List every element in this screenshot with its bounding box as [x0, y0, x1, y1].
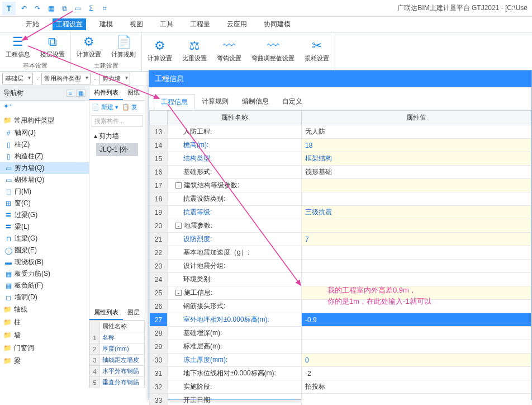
- tab-properties[interactable]: 属性列表: [89, 306, 123, 320]
- nav-tool-add-icon[interactable]: ✦⁺: [0, 101, 89, 112]
- grid-row-num[interactable]: 31: [150, 367, 168, 380]
- tree-item[interactable]: ▯构造柱(Z): [0, 150, 89, 162]
- grid-cell-value[interactable]: 7: [302, 233, 531, 246]
- grid-cell-name[interactable]: 抗震等级:: [168, 206, 302, 219]
- grid-cell-value[interactable]: [302, 273, 531, 286]
- menu-item[interactable]: 协同建模: [260, 18, 294, 30]
- dialog-tab[interactable]: 计算规则: [195, 94, 235, 110]
- prop-name[interactable]: 垂直分布钢筋: [100, 377, 145, 388]
- tree-item[interactable]: ▯柱(Z): [0, 139, 89, 150]
- grid-cell-name[interactable]: -施工信息:: [168, 286, 302, 300]
- dialog-tab[interactable]: 工程信息: [154, 94, 195, 110]
- tree-item[interactable]: ⎕门(M): [0, 186, 89, 197]
- grid-row-num[interactable]: 22: [150, 246, 168, 260]
- component-combo[interactable]: 剪力墙: [99, 73, 130, 84]
- grid-cell-name[interactable]: 冻土厚度(mm):: [168, 354, 302, 367]
- grid-row-num[interactable]: 29: [150, 340, 168, 354]
- tree-category[interactable]: 📁柱: [0, 316, 89, 329]
- tree-category[interactable]: 📁常用构件类型: [0, 114, 89, 127]
- menu-item[interactable]: 云应用: [224, 18, 250, 30]
- tree-item[interactable]: ⊓连梁(G): [0, 233, 89, 244]
- grid-row-num[interactable]: 25: [150, 286, 168, 300]
- grid-cell-value[interactable]: [302, 179, 531, 192]
- grid-cell-value[interactable]: 0: [302, 354, 531, 367]
- tree-item[interactable]: ▭剪力墙(Q): [0, 162, 89, 174]
- copy-button[interactable]: 📋 复: [122, 103, 137, 111]
- tree-item[interactable]: #轴网(J): [0, 127, 89, 139]
- expand-icon[interactable]: -: [175, 223, 182, 229]
- dialog-tab[interactable]: 编制信息: [235, 94, 276, 110]
- grid-cell-name[interactable]: 基本地震加速度（g）:: [168, 246, 302, 260]
- grid-row-num[interactable]: 23: [150, 260, 168, 273]
- grid-row-num[interactable]: 18: [150, 192, 168, 206]
- ribbon-button[interactable]: ✂损耗设置: [302, 37, 331, 64]
- tree-category[interactable]: 📁门窗洞: [0, 342, 89, 355]
- qat-button[interactable]: ⌗: [99, 3, 110, 13]
- nav-tool-list-icon[interactable]: ≡: [66, 90, 74, 97]
- prop-name[interactable]: 水平分布钢筋: [100, 366, 145, 377]
- qat-button[interactable]: ↷: [32, 3, 42, 13]
- grid-cell-name[interactable]: 结构类型:: [168, 152, 302, 166]
- grid-cell-name[interactable]: 地下水位线相对±0.000标高(m):: [168, 367, 302, 380]
- tab-drawings[interactable]: 图纸: [123, 86, 144, 100]
- grid-row-num[interactable]: 32: [150, 380, 168, 394]
- grid-row-num[interactable]: 24: [150, 273, 168, 286]
- tree-item[interactable]: 〓梁(L): [0, 221, 89, 233]
- type-combo[interactable]: 常用构件类型: [41, 73, 91, 84]
- ribbon-button[interactable]: ⧉楼层设置: [38, 34, 67, 60]
- grid-cell-value[interactable]: [302, 260, 531, 273]
- grid-row-num[interactable]: 33: [150, 394, 168, 406]
- grid-row-num[interactable]: 21: [150, 233, 168, 246]
- grid-row-num[interactable]: 27: [150, 313, 168, 327]
- grid-cell-name[interactable]: 标准层高(m):: [168, 340, 302, 354]
- expand-icon[interactable]: -: [175, 182, 182, 189]
- qat-button[interactable]: Σ: [86, 3, 96, 13]
- tree-item[interactable]: ▦板负筋(F): [0, 280, 89, 291]
- grid-cell-value[interactable]: [302, 327, 531, 340]
- new-button[interactable]: 📄 新建 ▾: [92, 103, 118, 111]
- grid-row-num[interactable]: 26: [150, 300, 168, 313]
- grid-row-num[interactable]: 30: [150, 354, 168, 367]
- component-group[interactable]: ▴ 剪力墙: [92, 130, 142, 142]
- grid-cell-name[interactable]: 室外地坪相对±0.000标高(m):: [168, 313, 302, 327]
- search-input[interactable]: 搜索构件...: [92, 115, 142, 127]
- prop-name[interactable]: 厚度(mm): [100, 343, 145, 355]
- tree-item[interactable]: ◻墙洞(D): [0, 291, 89, 303]
- grid-cell-value[interactable]: -2: [302, 367, 531, 380]
- tab-layers[interactable]: 图层: [123, 306, 144, 320]
- grid-cell-value[interactable]: -0.9: [302, 313, 531, 327]
- grid-cell-value[interactable]: 框架结构: [302, 152, 531, 166]
- grid-cell-name[interactable]: 檐高(m):: [168, 139, 302, 152]
- grid-row-num[interactable]: 28: [150, 327, 168, 340]
- grid-cell-name[interactable]: 基础埋深(m):: [168, 327, 302, 340]
- tree-category[interactable]: 📁轴线: [0, 303, 89, 316]
- grid-cell-name[interactable]: 环境类别:: [168, 273, 302, 286]
- grid-cell-value[interactable]: 筏形基础: [302, 166, 531, 179]
- component-item[interactable]: JLQ-1 [外: [96, 143, 138, 156]
- qat-button[interactable]: ⧉: [59, 3, 69, 13]
- grid-cell-value[interactable]: [302, 192, 531, 206]
- grid-cell-name[interactable]: 设防烈度:: [168, 233, 302, 246]
- tree-category[interactable]: 📁墙: [0, 329, 89, 342]
- grid-cell-name[interactable]: -建筑结构等级参数:: [168, 179, 302, 192]
- grid-cell-value[interactable]: 无人防: [302, 125, 531, 139]
- qat-button[interactable]: ▦: [46, 3, 56, 13]
- grid-cell-value[interactable]: 招投标: [302, 380, 531, 394]
- grid-cell-name[interactable]: 人防工程:: [168, 125, 302, 139]
- menu-item[interactable]: 工具: [156, 18, 177, 30]
- menu-item[interactable]: 开始: [22, 18, 42, 30]
- grid-cell-name[interactable]: 实施阶段:: [168, 380, 302, 394]
- grid-cell-name[interactable]: 钢筋接头形式:: [168, 300, 302, 313]
- grid-row-num[interactable]: 20: [150, 219, 168, 233]
- tree-item[interactable]: ▭砌体墙(Q): [0, 174, 89, 186]
- layer-combo[interactable]: 基础层: [2, 73, 33, 84]
- grid-row-num[interactable]: 14: [150, 139, 168, 152]
- menu-item[interactable]: 建模: [96, 18, 116, 30]
- grid-row-num[interactable]: 13: [150, 125, 168, 139]
- ribbon-button[interactable]: 〰弯曲调整值设置: [249, 37, 297, 64]
- grid-row-num[interactable]: 16: [150, 166, 168, 179]
- prop-name[interactable]: 名称: [100, 332, 145, 343]
- menu-item[interactable]: 视图: [126, 18, 146, 30]
- menu-item[interactable]: 工程设置: [53, 18, 86, 30]
- grid-cell-name[interactable]: 基础形式:: [168, 166, 302, 179]
